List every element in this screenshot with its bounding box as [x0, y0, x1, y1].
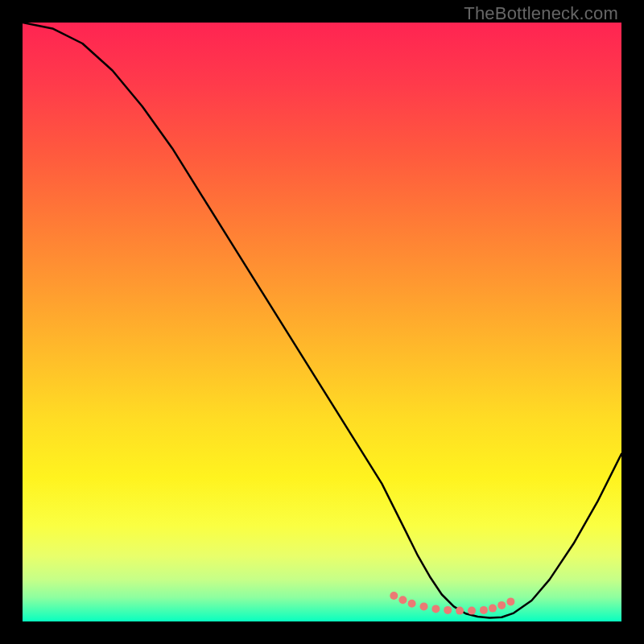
marker-dot [420, 602, 428, 610]
marker-dot [468, 607, 476, 615]
curve-svg [23, 23, 621, 621]
marker-dot [408, 600, 416, 608]
marker-dot [456, 607, 464, 615]
bottleneck-curve [23, 23, 621, 618]
watermark-text: TheBottleneck.com [464, 3, 618, 24]
marker-dot [489, 605, 497, 613]
marker-dot [398, 596, 407, 604]
marker-dot [444, 606, 452, 614]
highlighted-range-markers [390, 592, 514, 615]
marker-dot [431, 605, 440, 613]
plot-area [23, 23, 621, 621]
marker-dot [497, 601, 506, 609]
marker-dot [390, 592, 398, 600]
marker-dot [480, 606, 488, 614]
chart-frame: TheBottleneck.com [0, 0, 644, 644]
marker-dot [506, 597, 514, 605]
